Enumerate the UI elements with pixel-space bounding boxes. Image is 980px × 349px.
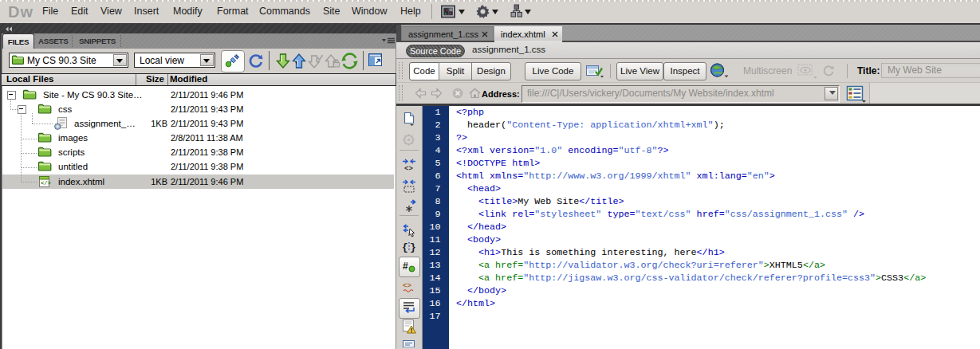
svg-text:<>: <> — [404, 165, 413, 172]
svg-text:</>: </> — [41, 180, 51, 186]
svg-text:<>: <> — [403, 282, 411, 290]
svg-text:#: # — [403, 261, 408, 272]
svg-text:}: } — [410, 241, 416, 253]
svg-text:{: { — [402, 241, 408, 253]
